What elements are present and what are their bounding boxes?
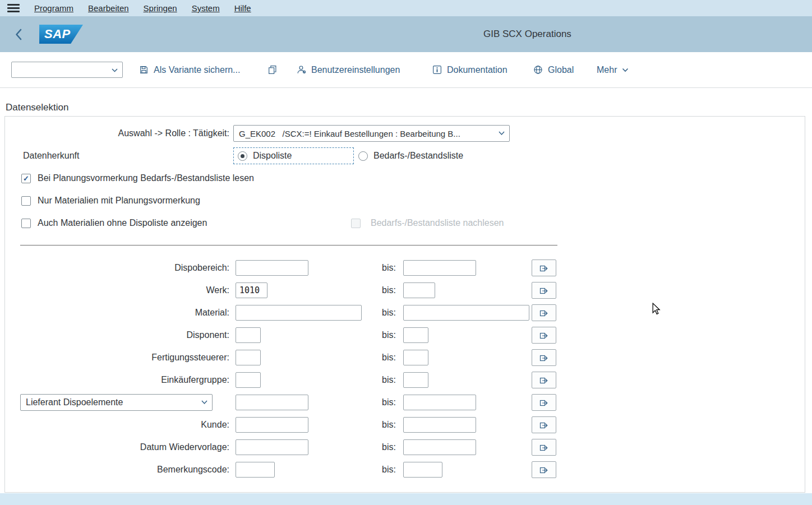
bis-label: bis: (364, 327, 396, 343)
material-from-input[interactable] (236, 305, 362, 321)
radio-bedarfsliste-label: Bedarfs-/Bestandsliste (373, 151, 463, 161)
chevron-down-icon (622, 68, 629, 72)
menu-item-springen[interactable]: Springen (144, 3, 177, 13)
globe-icon (533, 65, 543, 75)
save-variant-label: Als Variante sichern... (154, 65, 240, 75)
back-button[interactable] (15, 29, 22, 43)
checkbox-row-planungsvormerkung-lesen: ✓ Bei Planungsvormerkung Bedarfs-/Bestan… (21, 173, 254, 183)
einkaeufergruppe-to-input[interactable] (403, 372, 428, 388)
bemerkungscode-to-input[interactable] (403, 462, 442, 478)
field-label: Fertigungssteuerer: (22, 350, 229, 365)
multiple-selection-button[interactable] (532, 282, 556, 299)
page-title: GIB SCX Operations (483, 16, 571, 52)
form-row-datum-wiedervorlage: Datum Wiedervorlage: bis: (5, 439, 805, 456)
status-bar (0, 493, 812, 505)
multiple-selection-button[interactable] (532, 461, 556, 478)
bis-label: bis: (364, 282, 396, 298)
chevron-down-icon (499, 131, 505, 136)
hamburger-menu-icon[interactable] (7, 4, 20, 12)
documentation-label: Dokumentation (447, 65, 507, 75)
checkbox-nachlesen (351, 219, 361, 228)
lieferant-from-input[interactable] (236, 395, 308, 410)
save-variant-button[interactable]: Als Variante sichern... (139, 52, 240, 87)
checkbox-nur-materialien[interactable] (21, 196, 31, 206)
multiple-selection-icon (539, 263, 549, 272)
role-label: Auswahl -> Rolle : Tätigkeit: (61, 125, 229, 142)
datum-wiedervorlage-from-input[interactable] (236, 439, 308, 455)
kunde-from-input[interactable] (236, 417, 308, 433)
radio-option-dispoliste[interactable]: Dispoliste (233, 147, 354, 164)
multiple-selection-button[interactable] (532, 372, 556, 388)
fertigungssteuerer-to-input[interactable] (403, 350, 428, 365)
einkaeufergruppe-from-input[interactable] (236, 372, 261, 388)
multiple-selection-icon (539, 353, 549, 362)
dispoelement-type-select[interactable]: Lieferant Dispoelemente (20, 394, 213, 411)
form-row-bemerkungscode: Bemerkungscode: bis: (5, 462, 805, 479)
checkbox-label: Bedarfs-/Bestandsliste nachlesen (371, 218, 504, 228)
radio-dispoliste[interactable] (238, 151, 247, 161)
multiple-selection-icon (539, 376, 549, 384)
more-button[interactable]: Mehr (597, 52, 629, 87)
multiple-selection-button[interactable] (532, 394, 556, 411)
bis-label: bis: (364, 372, 396, 388)
dispobereich-from-input[interactable] (236, 260, 308, 276)
field-label: Bemerkungscode: (22, 462, 229, 478)
user-settings-button[interactable]: Benutzereinstellungen (297, 52, 400, 87)
multiple-selection-button[interactable] (532, 439, 556, 456)
dispoelement-type-value: Lieferant Dispoelemente (26, 397, 123, 407)
global-button[interactable]: Global (533, 52, 574, 87)
bis-label: bis: (364, 260, 396, 276)
radio-option-bedarfsliste[interactable]: Bedarfs-/Bestandsliste (358, 147, 463, 164)
role-select-value: G_EK002 /SCX:=! Einkauf Bestellungen : B… (239, 129, 460, 138)
datum-wiedervorlage-to-input[interactable] (403, 439, 476, 455)
form-row-werk: Werk: bis: (5, 282, 805, 299)
lieferant-to-input[interactable] (403, 395, 476, 410)
menu-item-system[interactable]: System (192, 3, 220, 13)
bis-label: bis: (364, 417, 396, 433)
disponent-from-input[interactable] (236, 327, 261, 343)
multiple-selection-icon (539, 465, 549, 474)
global-label: Global (548, 65, 574, 75)
app-header: SAP GIB SCX Operations (0, 16, 812, 52)
menu-item-bearbeiten[interactable]: Bearbeiten (88, 3, 129, 13)
form-row-dispobereich: Dispobereich: bis: (5, 260, 805, 277)
menu-item-hilfe[interactable]: Hilfe (234, 3, 251, 13)
info-icon (432, 65, 442, 75)
material-to-input[interactable] (403, 305, 529, 321)
field-label: Einkäufergruppe: (22, 372, 229, 388)
form-row-kunde: Kunde: bis: (5, 417, 805, 434)
multiple-selection-icon (539, 331, 549, 340)
radio-bedarfsliste[interactable] (358, 151, 368, 161)
section-divider (20, 245, 557, 245)
copy-icon (267, 65, 277, 75)
multiple-selection-button[interactable] (532, 304, 556, 321)
bemerkungscode-from-input[interactable] (236, 462, 275, 478)
datenherkunft-label: Datenherkunft (23, 147, 80, 164)
dispobereich-to-input[interactable] (403, 260, 476, 276)
user-settings-icon (297, 65, 306, 75)
field-label: Dispobereich: (22, 260, 229, 276)
checkbox-ohne-dispoliste[interactable] (21, 219, 31, 228)
documentation-button[interactable]: Dokumentation (432, 52, 507, 87)
multiple-selection-icon (539, 420, 549, 429)
multiple-selection-button[interactable] (532, 327, 556, 344)
role-select[interactable]: G_EK002 /SCX:=! Einkauf Bestellungen : B… (233, 125, 510, 142)
disponent-to-input[interactable] (403, 327, 428, 343)
checkbox-label: Auch Materialien ohne Dispoliste anzeige… (38, 218, 207, 228)
werk-to-input[interactable] (403, 282, 435, 298)
checkbox-planungsvormerkung-lesen[interactable]: ✓ (21, 174, 31, 183)
multiple-selection-button[interactable] (532, 260, 556, 276)
form-row-fertigungssteuerer: Fertigungssteuerer: bis: (5, 350, 805, 367)
multiple-selection-button[interactable] (532, 349, 556, 366)
form-row-material: Material: bis: (5, 305, 805, 322)
menu-item-programm[interactable]: Programm (34, 3, 73, 13)
sap-logo: SAP (39, 25, 83, 44)
kunde-to-input[interactable] (403, 417, 476, 433)
fertigungssteuerer-from-input[interactable] (236, 350, 261, 365)
form-row-disponent: Disponent: bis: (5, 327, 805, 344)
multiple-selection-button[interactable] (532, 416, 556, 433)
werk-from-input[interactable] (236, 282, 267, 298)
radio-dispoliste-label: Dispoliste (253, 151, 292, 161)
variant-select[interactable] (11, 62, 123, 78)
copy-button[interactable] (267, 52, 277, 87)
